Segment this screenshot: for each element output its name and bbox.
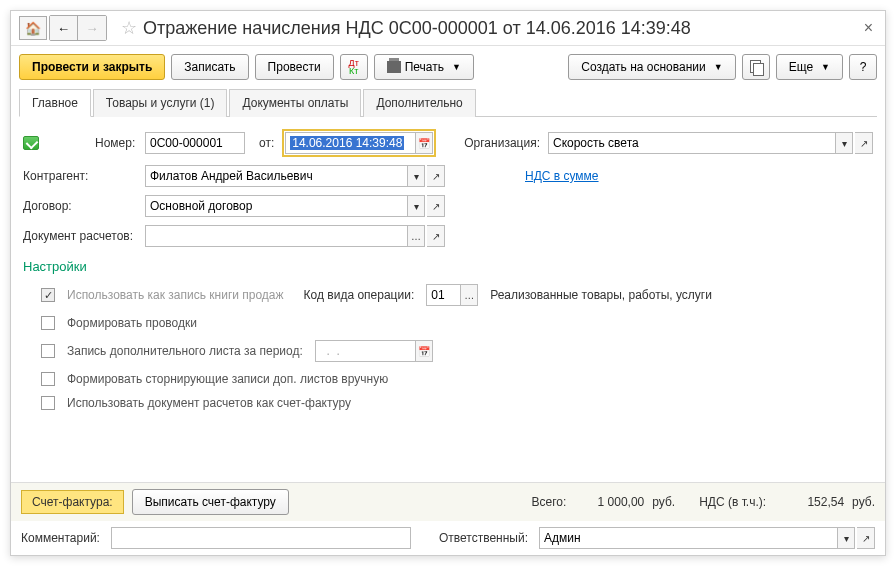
counterparty-open-icon[interactable]: ↗ xyxy=(427,165,445,187)
titlebar: 🏠 ← → ☆ Отражение начисления НДС 0С00-00… xyxy=(11,11,885,46)
save-button[interactable]: Записать xyxy=(171,54,248,80)
counterparty-label: Контрагент: xyxy=(23,169,137,183)
settlement-doc-label: Документ расчетов: xyxy=(23,229,137,243)
checkbox-addsheet[interactable] xyxy=(41,344,55,358)
addsheet-label: Запись дополнительного листа за период: xyxy=(67,344,303,358)
total-label: Всего: xyxy=(531,495,566,509)
home-button[interactable]: 🏠 xyxy=(19,16,47,40)
vat-value: 152,54 xyxy=(774,495,844,509)
copy-icon xyxy=(750,60,762,74)
opcode-description: Реализованные товары, работы, услуги xyxy=(490,288,712,302)
opcode-input[interactable] xyxy=(426,284,460,306)
tabs: Главное Товары и услуги (1) Документы оп… xyxy=(19,88,877,117)
close-icon[interactable]: × xyxy=(860,19,877,37)
vat-currency: руб. xyxy=(852,495,875,509)
entries-label: Формировать проводки xyxy=(67,316,197,330)
salesbook-label: Использовать как запись книги продаж xyxy=(67,288,284,302)
print-button[interactable]: Печать▼ xyxy=(374,54,474,80)
tab-goods[interactable]: Товары и услуги (1) xyxy=(93,89,228,117)
document-window: 🏠 ← → ☆ Отражение начисления НДС 0С00-00… xyxy=(10,10,886,556)
tab-extra[interactable]: Дополнительно xyxy=(363,89,475,117)
settings-title: Настройки xyxy=(23,259,873,274)
addsheet-date-input[interactable] xyxy=(315,340,415,362)
help-button[interactable]: ? xyxy=(849,54,877,80)
contract-input[interactable] xyxy=(145,195,407,217)
settlement-doc-select-icon[interactable]: … xyxy=(407,225,425,247)
form-area: Номер: от: 14.06.2016 14:39:48 📅 Организ… xyxy=(11,117,885,482)
date-input[interactable]: 14.06.2016 14:39:48 xyxy=(285,132,415,154)
post-button[interactable]: Провести xyxy=(255,54,334,80)
contract-label: Договор: xyxy=(23,199,137,213)
settlement-doc-open-icon[interactable]: ↗ xyxy=(427,225,445,247)
forward-button[interactable]: → xyxy=(78,16,106,40)
storno-label: Формировать сторнирующие записи доп. лис… xyxy=(67,372,388,386)
comment-label: Комментарий: xyxy=(21,531,111,545)
checkbox-entries[interactable] xyxy=(41,316,55,330)
vat-mode-link[interactable]: НДС в сумме xyxy=(525,169,599,183)
checkbox-storno[interactable] xyxy=(41,372,55,386)
checkbox-docinvoice[interactable] xyxy=(41,396,55,410)
docinvoice-label: Использовать документ расчетов как счет-… xyxy=(67,396,351,410)
submit-close-button[interactable]: Провести и закрыть xyxy=(19,54,165,80)
toolbar: Провести и закрыть Записать Провести ДтК… xyxy=(11,46,885,88)
back-button[interactable]: ← xyxy=(50,16,78,40)
dk-report-button[interactable]: ДтКт xyxy=(340,54,368,80)
responsible-input[interactable] xyxy=(539,527,837,549)
vat-label: НДС (в т.ч.): xyxy=(699,495,766,509)
org-dropdown-icon[interactable]: ▾ xyxy=(835,132,853,154)
comment-input[interactable] xyxy=(111,527,411,549)
window-title: Отражение начисления НДС 0С00-000001 от … xyxy=(143,18,860,39)
contract-dropdown-icon[interactable]: ▾ xyxy=(407,195,425,217)
addsheet-calendar-icon[interactable]: 📅 xyxy=(415,340,433,362)
opcode-select-icon[interactable]: … xyxy=(460,284,478,306)
checkbox-salesbook xyxy=(41,288,55,302)
contract-open-icon[interactable]: ↗ xyxy=(427,195,445,217)
create-based-button[interactable]: Создать на основании▼ xyxy=(568,54,735,80)
total-currency: руб. xyxy=(652,495,675,509)
responsible-open-icon[interactable]: ↗ xyxy=(857,527,875,549)
total-value: 1 000,00 xyxy=(574,495,644,509)
favorite-star-icon[interactable]: ☆ xyxy=(121,17,137,39)
invoice-label: Счет-фактура: xyxy=(21,490,124,514)
status-posted-icon xyxy=(23,136,39,150)
number-input[interactable] xyxy=(145,132,245,154)
counterparty-dropdown-icon[interactable]: ▾ xyxy=(407,165,425,187)
responsible-dropdown-icon[interactable]: ▾ xyxy=(837,527,855,549)
date-highlight: 14.06.2016 14:39:48 📅 xyxy=(282,129,436,157)
org-label: Организация: xyxy=(464,136,540,150)
number-label: Номер: xyxy=(95,136,137,150)
org-open-icon[interactable]: ↗ xyxy=(855,132,873,154)
footer: Счет-фактура: Выписать счет-фактуру Всег… xyxy=(11,482,885,555)
issue-invoice-button[interactable]: Выписать счет-фактуру xyxy=(132,489,289,515)
tab-payments[interactable]: Документы оплаты xyxy=(229,89,361,117)
more-button[interactable]: Еще▼ xyxy=(776,54,843,80)
opcode-label: Код вида операции: xyxy=(304,288,415,302)
settlement-doc-input[interactable] xyxy=(145,225,407,247)
date-label: от: xyxy=(259,136,274,150)
responsible-label: Ответственный: xyxy=(439,531,539,545)
printer-icon xyxy=(387,61,401,73)
copy-button[interactable] xyxy=(742,54,770,80)
tab-main[interactable]: Главное xyxy=(19,89,91,117)
nav-group: ← → xyxy=(49,15,107,41)
calendar-icon[interactable]: 📅 xyxy=(415,132,433,154)
org-input[interactable] xyxy=(548,132,835,154)
counterparty-input[interactable] xyxy=(145,165,407,187)
